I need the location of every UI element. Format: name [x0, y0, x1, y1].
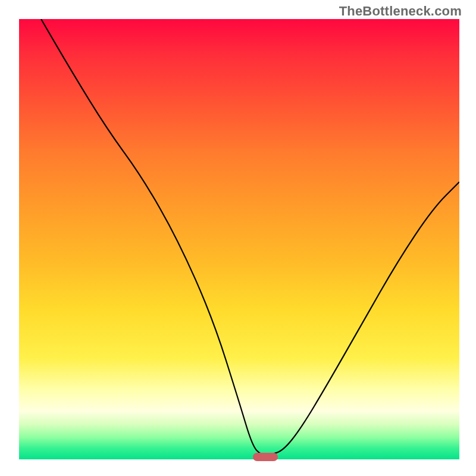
watermark-text: TheBottleneck.com: [339, 4, 462, 19]
bottleneck-chart: TheBottleneck.com: [0, 0, 476, 476]
optimal-marker: [253, 453, 278, 461]
plot-gradient-background: [19, 19, 459, 459]
